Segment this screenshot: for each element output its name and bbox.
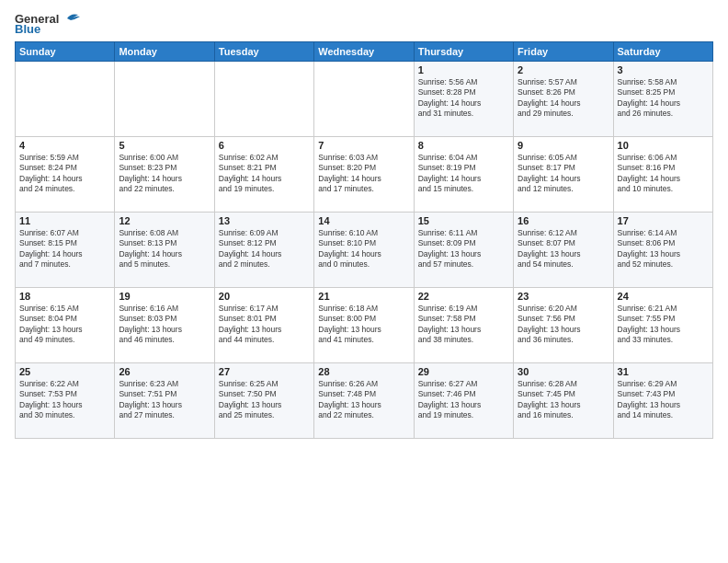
calendar-cell: 16Sunrise: 6:12 AM Sunset: 8:07 PM Dayli… [514,213,613,288]
day-number: 27 [219,366,310,377]
day-info: Sunrise: 6:05 AM Sunset: 8:17 PM Dayligh… [518,153,609,195]
day-info: Sunrise: 5:59 AM Sunset: 8:24 PM Dayligh… [19,153,110,195]
calendar-cell: 10Sunrise: 6:06 AM Sunset: 8:16 PM Dayli… [613,137,712,213]
col-header-thursday: Thursday [414,42,513,62]
calendar-cell: 15Sunrise: 6:11 AM Sunset: 8:09 PM Dayli… [414,213,513,288]
col-header-wednesday: Wednesday [314,42,414,62]
day-number: 30 [518,366,609,377]
day-info: Sunrise: 6:11 AM Sunset: 8:09 PM Dayligh… [418,228,509,270]
day-info: Sunrise: 6:17 AM Sunset: 8:01 PM Dayligh… [219,304,310,346]
day-info: Sunrise: 6:02 AM Sunset: 8:21 PM Dayligh… [219,153,310,195]
day-number: 21 [318,291,409,302]
calendar-cell: 23Sunrise: 6:20 AM Sunset: 7:56 PM Dayli… [514,288,613,363]
calendar-week-3: 11Sunrise: 6:07 AM Sunset: 8:15 PM Dayli… [16,213,713,288]
calendar-cell: 2Sunrise: 5:57 AM Sunset: 8:26 PM Daylig… [514,62,613,137]
calendar-cell: 13Sunrise: 6:09 AM Sunset: 8:12 PM Dayli… [214,213,313,288]
calendar-cell: 30Sunrise: 6:28 AM Sunset: 7:45 PM Dayli… [514,363,613,439]
day-number: 31 [618,366,709,377]
calendar-week-4: 18Sunrise: 6:15 AM Sunset: 8:04 PM Dayli… [16,288,713,363]
day-info: Sunrise: 6:25 AM Sunset: 7:50 PM Dayligh… [219,379,310,421]
col-header-friday: Friday [514,42,613,62]
col-header-sunday: Sunday [16,42,115,62]
calendar-header-row: SundayMondayTuesdayWednesdayThursdayFrid… [16,42,713,62]
day-info: Sunrise: 6:22 AM Sunset: 7:53 PM Dayligh… [19,379,110,421]
day-number: 16 [518,215,609,226]
day-info: Sunrise: 5:58 AM Sunset: 8:25 PM Dayligh… [618,77,709,120]
day-number: 18 [19,291,110,302]
calendar-cell: 24Sunrise: 6:21 AM Sunset: 7:55 PM Dayli… [613,288,712,363]
day-info: Sunrise: 5:56 AM Sunset: 8:28 PM Dayligh… [418,77,509,120]
calendar-table: SundayMondayTuesdayWednesdayThursdayFrid… [15,41,713,439]
calendar-cell [115,62,214,137]
calendar-week-2: 4Sunrise: 5:59 AM Sunset: 8:24 PM Daylig… [16,137,713,213]
header: General Blue [15,11,713,36]
calendar-cell: 7Sunrise: 6:03 AM Sunset: 8:20 PM Daylig… [314,137,414,213]
calendar-cell: 27Sunrise: 6:25 AM Sunset: 7:50 PM Dayli… [214,363,313,439]
day-info: Sunrise: 6:16 AM Sunset: 8:03 PM Dayligh… [119,304,210,346]
calendar-cell: 31Sunrise: 6:29 AM Sunset: 7:43 PM Dayli… [613,363,712,439]
day-info: Sunrise: 6:19 AM Sunset: 7:58 PM Dayligh… [418,304,509,346]
day-info: Sunrise: 6:26 AM Sunset: 7:48 PM Dayligh… [318,379,409,421]
logo-bird-icon [60,11,80,26]
calendar-cell [314,62,414,137]
calendar-cell: 18Sunrise: 6:15 AM Sunset: 8:04 PM Dayli… [16,288,115,363]
day-info: Sunrise: 6:21 AM Sunset: 7:55 PM Dayligh… [618,304,709,346]
day-number: 15 [418,215,509,226]
logo: General Blue [15,11,80,36]
calendar-cell: 14Sunrise: 6:10 AM Sunset: 8:10 PM Dayli… [314,213,414,288]
day-info: Sunrise: 6:28 AM Sunset: 7:45 PM Dayligh… [518,379,609,421]
calendar-cell: 6Sunrise: 6:02 AM Sunset: 8:21 PM Daylig… [214,137,313,213]
day-info: Sunrise: 6:18 AM Sunset: 8:00 PM Dayligh… [318,304,409,346]
col-header-tuesday: Tuesday [214,42,313,62]
col-header-monday: Monday [115,42,214,62]
calendar-cell [16,62,115,137]
day-number: 6 [219,140,310,151]
day-info: Sunrise: 6:08 AM Sunset: 8:13 PM Dayligh… [119,228,210,270]
day-info: Sunrise: 6:06 AM Sunset: 8:16 PM Dayligh… [618,153,709,195]
day-number: 29 [418,366,509,377]
day-info: Sunrise: 6:12 AM Sunset: 8:07 PM Dayligh… [518,228,609,270]
calendar-cell: 5Sunrise: 6:00 AM Sunset: 8:23 PM Daylig… [115,137,214,213]
calendar-week-1: 1Sunrise: 5:56 AM Sunset: 8:28 PM Daylig… [16,62,713,137]
day-number: 13 [219,215,310,226]
day-info: Sunrise: 6:20 AM Sunset: 7:56 PM Dayligh… [518,304,609,346]
day-number: 5 [119,140,210,151]
calendar-cell: 22Sunrise: 6:19 AM Sunset: 7:58 PM Dayli… [414,288,513,363]
day-info: Sunrise: 6:07 AM Sunset: 8:15 PM Dayligh… [19,228,110,270]
day-number: 26 [119,366,210,377]
day-info: Sunrise: 6:10 AM Sunset: 8:10 PM Dayligh… [318,228,409,270]
day-info: Sunrise: 6:29 AM Sunset: 7:43 PM Dayligh… [618,379,709,421]
day-info: Sunrise: 6:23 AM Sunset: 7:51 PM Dayligh… [119,379,210,421]
calendar-cell: 25Sunrise: 6:22 AM Sunset: 7:53 PM Dayli… [16,363,115,439]
day-info: Sunrise: 5:57 AM Sunset: 8:26 PM Dayligh… [518,77,609,120]
day-info: Sunrise: 6:00 AM Sunset: 8:23 PM Dayligh… [119,153,210,195]
day-number: 2 [518,64,609,75]
calendar-cell: 21Sunrise: 6:18 AM Sunset: 8:00 PM Dayli… [314,288,414,363]
day-info: Sunrise: 6:03 AM Sunset: 8:20 PM Dayligh… [318,153,409,195]
calendar-cell: 28Sunrise: 6:26 AM Sunset: 7:48 PM Dayli… [314,363,414,439]
day-info: Sunrise: 6:04 AM Sunset: 8:19 PM Dayligh… [418,153,509,195]
calendar-cell: 4Sunrise: 5:59 AM Sunset: 8:24 PM Daylig… [16,137,115,213]
day-number: 7 [318,140,409,151]
day-number: 9 [518,140,609,151]
calendar-cell: 26Sunrise: 6:23 AM Sunset: 7:51 PM Dayli… [115,363,214,439]
day-number: 22 [418,291,509,302]
day-number: 11 [19,215,110,226]
col-header-saturday: Saturday [613,42,712,62]
day-number: 25 [19,366,110,377]
calendar-cell: 11Sunrise: 6:07 AM Sunset: 8:15 PM Dayli… [16,213,115,288]
day-info: Sunrise: 6:27 AM Sunset: 7:46 PM Dayligh… [418,379,509,421]
day-number: 19 [119,291,210,302]
calendar-cell: 17Sunrise: 6:14 AM Sunset: 8:06 PM Dayli… [613,213,712,288]
day-number: 10 [618,140,709,151]
calendar-cell: 29Sunrise: 6:27 AM Sunset: 7:46 PM Dayli… [414,363,513,439]
calendar-cell: 8Sunrise: 6:04 AM Sunset: 8:19 PM Daylig… [414,137,513,213]
day-number: 20 [219,291,310,302]
day-info: Sunrise: 6:09 AM Sunset: 8:12 PM Dayligh… [219,228,310,270]
day-info: Sunrise: 6:14 AM Sunset: 8:06 PM Dayligh… [618,228,709,270]
calendar-cell: 9Sunrise: 6:05 AM Sunset: 8:17 PM Daylig… [514,137,613,213]
day-number: 24 [618,291,709,302]
calendar-cell: 1Sunrise: 5:56 AM Sunset: 8:28 PM Daylig… [414,62,513,137]
day-number: 3 [618,64,709,75]
calendar-cell: 12Sunrise: 6:08 AM Sunset: 8:13 PM Dayli… [115,213,214,288]
